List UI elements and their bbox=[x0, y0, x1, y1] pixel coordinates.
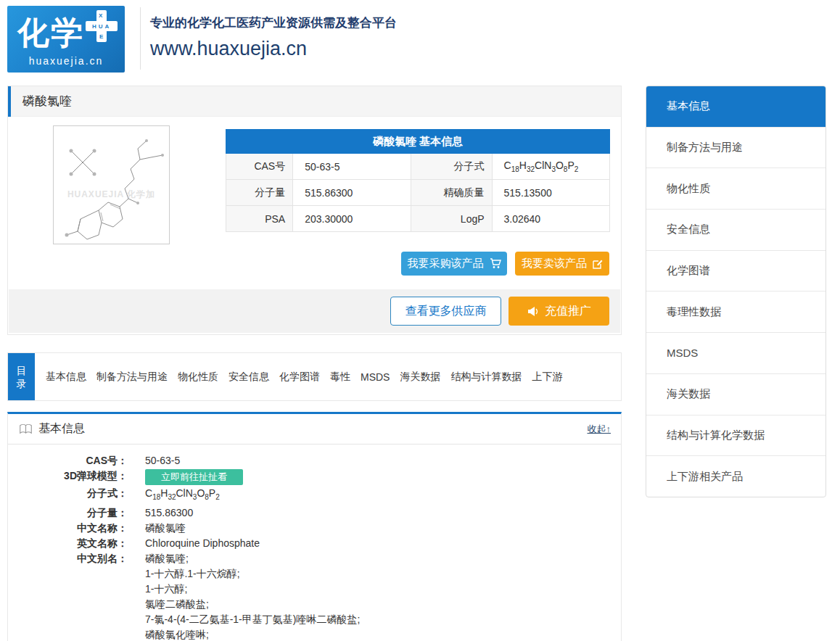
sidebar-item-physchem[interactable]: 物化性质 bbox=[646, 168, 825, 210]
edit-icon bbox=[593, 259, 603, 269]
sell-product-button[interactable]: 我要卖该产品 bbox=[515, 252, 609, 276]
sidebar-item-msds[interactable]: MSDS bbox=[646, 333, 825, 374]
sidebar-item-updownstream[interactable]: 上下游相关产品 bbox=[646, 456, 825, 497]
sidebar-item-basic-info[interactable]: 基本信息 bbox=[646, 86, 825, 128]
collapse-link[interactable]: 收起↑ bbox=[588, 423, 612, 436]
info-table-title: 磷酸氯喹 基本信息 bbox=[226, 130, 610, 154]
molecule-drawing bbox=[54, 126, 169, 244]
toc-link-updownstream[interactable]: 上下游 bbox=[532, 371, 562, 384]
action-buttons-row: 我要采购该产品 我要卖该产品 bbox=[401, 252, 609, 276]
toc-links: 基本信息 制备方法与用途 物化性质 安全信息 化学图谱 毒性 MSDS 海关数据… bbox=[46, 353, 614, 400]
basic-info-header: 基本信息 收起↑ bbox=[8, 414, 621, 444]
exact-mass-label: 精确质量 bbox=[411, 180, 492, 206]
toc-label-block: 目录 bbox=[8, 353, 35, 400]
logo-title: 化学 bbox=[17, 12, 84, 54]
toc-link-preparation[interactable]: 制备方法与用途 bbox=[96, 371, 168, 384]
product-title-bar: 磷酸氯喹 bbox=[8, 86, 621, 117]
more-suppliers-button[interactable]: 查看更多供应商 bbox=[390, 297, 501, 326]
logp-value: 3.02640 bbox=[492, 206, 609, 232]
site-url[interactable]: www.huaxuejia.cn bbox=[150, 38, 307, 60]
cas-value: 50-63-5 bbox=[293, 154, 411, 180]
detail-row-mw: 分子量： 515.86300 bbox=[8, 505, 621, 520]
sidebar-item-safety[interactable]: 安全信息 bbox=[646, 210, 825, 251]
mw-value: 515.86300 bbox=[293, 180, 411, 206]
megaphone-icon bbox=[527, 306, 539, 317]
toc-link-safety[interactable]: 安全信息 bbox=[228, 371, 269, 384]
detail-row-en-name: 英文名称： Chloroquine Diphosphate bbox=[8, 536, 621, 550]
sidebar-item-preparation[interactable]: 制备方法与用途 bbox=[646, 128, 825, 169]
right-sidebar-nav: 基本信息 制备方法与用途 物化性质 安全信息 化学图谱 毒理性数据 MSDS 海… bbox=[646, 86, 826, 497]
site-header: 化学 X HUA E huaxuejia.cn 专业的化学化工医药产业资源供需及… bbox=[0, 0, 840, 77]
detail-row-formula: 分子式： C18H32ClN3O8P2 bbox=[8, 486, 621, 505]
product-card: 磷酸氯喹 bbox=[7, 86, 622, 335]
exact-mass-value: 515.13500 bbox=[492, 180, 609, 206]
psa-value: 203.30000 bbox=[293, 206, 411, 232]
toc-link-customs[interactable]: 海关数据 bbox=[400, 371, 440, 384]
site-logo[interactable]: 化学 X HUA E huaxuejia.cn bbox=[7, 6, 125, 73]
detail-list: CAS号： 50-63-5 3D弹球模型： 立即前往扯扯看 分子式： C18H3… bbox=[8, 444, 621, 641]
detail-row-cas: CAS号： 50-63-5 bbox=[8, 453, 621, 468]
cart-icon bbox=[490, 258, 501, 269]
view-3d-model-button[interactable]: 立即前往扯扯看 bbox=[145, 469, 243, 485]
logo-domain: huaxuejia.cn bbox=[7, 55, 125, 67]
psa-label: PSA bbox=[226, 206, 293, 232]
logo-plus-icon: X HUA E bbox=[86, 10, 118, 42]
basic-info-section: 基本信息 收起↑ CAS号： 50-63-5 3D弹球模型： 立即前往扯扯看 分… bbox=[7, 412, 622, 641]
section-title: 基本信息 bbox=[38, 421, 85, 437]
logp-label: LogP bbox=[411, 206, 492, 232]
header-divider bbox=[140, 7, 141, 70]
detail-row-3d-model: 3D弹球模型： 立即前往扯扯看 bbox=[8, 468, 621, 485]
promote-button[interactable]: 充值推广 bbox=[508, 297, 609, 326]
toc-link-structure-data[interactable]: 结构与计算数据 bbox=[450, 371, 522, 384]
buy-product-button[interactable]: 我要采购该产品 bbox=[401, 252, 507, 276]
toc-link-basic-info[interactable]: 基本信息 bbox=[46, 371, 86, 384]
sidebar-item-toxicity[interactable]: 毒理性数据 bbox=[646, 291, 825, 333]
sidebar-item-structure-data[interactable]: 结构与计算化学数据 bbox=[646, 415, 825, 457]
structure-watermark: HUAXUEJIA 化学加 bbox=[54, 189, 169, 201]
basic-info-table: 磷酸氯喹 基本信息 CAS号 50-63-5 分子式 C18H32ClN3O8P… bbox=[226, 129, 610, 232]
formula-label: 分子式 bbox=[411, 154, 492, 180]
book-icon bbox=[19, 423, 33, 435]
detail-row-aliases: 中文别名： 磷酸氯喹; 1-十六醇.1-十六烷醇; 1-十六醇; 氯喹二磷酸盐;… bbox=[8, 551, 621, 641]
cas-label: CAS号 bbox=[226, 154, 293, 180]
product-title: 磷酸氯喹 bbox=[8, 86, 621, 117]
formula-value: C18H32ClN3O8P2 bbox=[492, 154, 609, 180]
detail-row-cn-name: 中文名称： 磷酸氯喹 bbox=[8, 521, 621, 535]
toc-link-toxicity[interactable]: 毒性 bbox=[330, 371, 350, 384]
toc-link-spectra[interactable]: 化学图谱 bbox=[279, 371, 320, 384]
toc-link-msds[interactable]: MSDS bbox=[361, 371, 390, 383]
title-accent-bar bbox=[8, 86, 11, 117]
supplier-strip: 查看更多供应商 充值推广 bbox=[9, 289, 620, 333]
structure-image: HUAXUEJIA 化学加 bbox=[53, 125, 170, 244]
alias-lines: 磷酸氯喹; 1-十六醇.1-十六烷醇; 1-十六醇; 氯喹二磷酸盐; 7-氯-4… bbox=[128, 551, 360, 641]
toc-card: 目录 基本信息 制备方法与用途 物化性质 安全信息 化学图谱 毒性 MSDS 海… bbox=[7, 352, 622, 401]
mw-label: 分子量 bbox=[226, 180, 293, 206]
site-tagline: 专业的化学化工医药产业资源供需及整合平台 bbox=[150, 15, 397, 31]
toc-link-physchem[interactable]: 物化性质 bbox=[178, 371, 218, 384]
sidebar-item-spectra[interactable]: 化学图谱 bbox=[646, 251, 825, 292]
sidebar-item-customs[interactable]: 海关数据 bbox=[646, 374, 825, 415]
